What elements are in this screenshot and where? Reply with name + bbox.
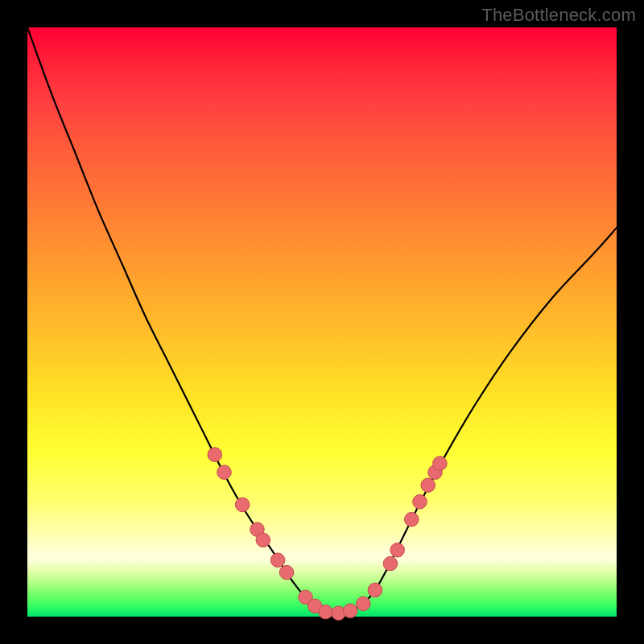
chart-overlay-svg xyxy=(27,27,617,617)
watermark-text: TheBottleneck.com xyxy=(481,5,636,26)
bead-group xyxy=(208,448,447,620)
bead-point xyxy=(217,465,232,480)
bead-point xyxy=(390,543,405,558)
bead-point xyxy=(421,478,436,493)
bead-point xyxy=(433,456,448,471)
bead-point xyxy=(256,533,270,547)
bead-point xyxy=(404,512,419,526)
bead-point xyxy=(279,565,294,580)
bead-point xyxy=(235,497,250,512)
v-curve-line xyxy=(27,27,617,613)
bead-point xyxy=(383,556,398,571)
bead-point xyxy=(343,604,357,618)
bead-point xyxy=(270,553,285,568)
bead-point xyxy=(319,605,333,619)
bead-point xyxy=(413,494,427,509)
bead-point xyxy=(368,583,382,597)
chart-stage: TheBottleneck.com xyxy=(0,0,644,644)
bead-point xyxy=(208,448,222,462)
bead-point xyxy=(356,597,370,611)
